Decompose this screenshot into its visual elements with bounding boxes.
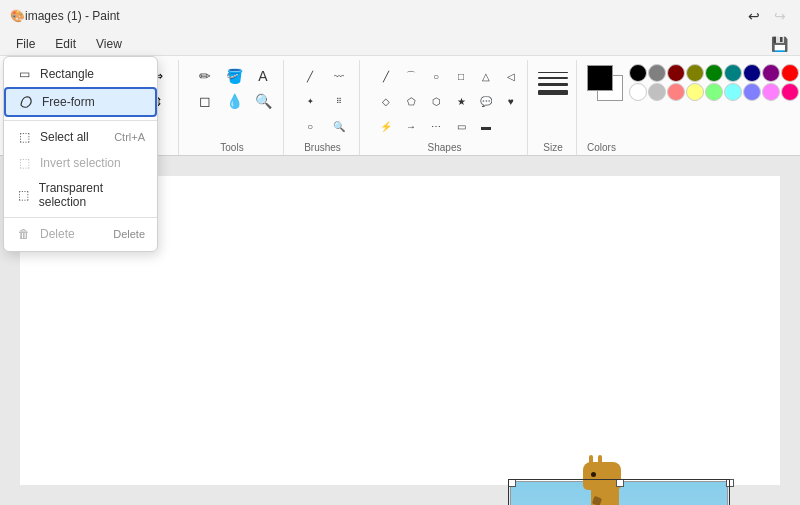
- shapes-section: ╱ ⌒ ○ □ △ ◁ ◇ ⬠ ⬡ ★ 💬 ♥ ⚡ → ⋯ ▭ ▬ Shapes: [362, 60, 528, 155]
- size-label: Size: [543, 138, 562, 155]
- color-swatch-19[interactable]: [724, 83, 742, 101]
- size-line-4[interactable]: [538, 90, 568, 95]
- brushes-label: Brushes: [304, 138, 341, 155]
- colors-section: Colors: [579, 60, 800, 155]
- color-swatch-2[interactable]: [667, 64, 685, 82]
- color-swatch-17[interactable]: [686, 83, 704, 101]
- color-swatch-1[interactable]: [648, 64, 666, 82]
- delete-shortcut: Delete: [113, 228, 145, 240]
- title-icon: 🎨: [10, 9, 25, 23]
- colors-label: Colors: [587, 138, 800, 155]
- sel-handle-tr[interactable]: [726, 479, 734, 487]
- sel-handle-tc[interactable]: [616, 479, 624, 487]
- freeform-icon: [18, 94, 34, 110]
- menu-view[interactable]: View: [86, 35, 132, 53]
- titlebar: 🎨 images (1) - Paint ↩ ↪: [0, 0, 800, 32]
- invert-icon: ⬚: [16, 155, 32, 171]
- magnify-button[interactable]: 🔍: [247, 85, 279, 117]
- menu-file[interactable]: File: [6, 35, 45, 53]
- color-swatch-20[interactable]: [743, 83, 761, 101]
- color-swatch-16[interactable]: [667, 83, 685, 101]
- select-all-label: Select all: [40, 130, 89, 144]
- undo-icon[interactable]: ↩: [744, 6, 764, 26]
- menubar: File Edit View 💾: [0, 32, 800, 56]
- size-line-2[interactable]: [538, 77, 568, 79]
- size-section: Size: [530, 60, 577, 155]
- divider-1: [4, 120, 157, 121]
- select-dropdown: ▭ Rectangle Free-form ⬚ Select all Ctrl+…: [3, 56, 158, 252]
- select-all-shortcut: Ctrl+A: [114, 131, 145, 143]
- color-preview[interactable]: [587, 65, 623, 101]
- size-line-1[interactable]: [538, 72, 568, 73]
- eraser-button[interactable]: ◻: [189, 85, 221, 117]
- transparent-icon: ⬚: [16, 187, 31, 203]
- tools-label: Tools: [220, 138, 243, 155]
- color-swatch-0[interactable]: [629, 64, 647, 82]
- title-text: images (1) - Paint: [25, 9, 120, 23]
- invert-label: Invert selection: [40, 156, 121, 170]
- color-swatch-18[interactable]: [705, 83, 723, 101]
- save-icon[interactable]: 💾: [765, 34, 794, 54]
- transparent-label: Transparent selection: [39, 181, 145, 209]
- color-swatch-4[interactable]: [705, 64, 723, 82]
- color-swatch-15[interactable]: [648, 83, 666, 101]
- color-swatch-21[interactable]: [762, 83, 780, 101]
- color-swatch-6[interactable]: [743, 64, 761, 82]
- dropdown-rectangle[interactable]: ▭ Rectangle: [4, 61, 157, 87]
- color-swatch-5[interactable]: [724, 64, 742, 82]
- dropdown-invert: ⬚ Invert selection: [4, 150, 157, 176]
- freeform-label: Free-form: [42, 95, 95, 109]
- sel-handle-tl[interactable]: [508, 479, 516, 487]
- dropdown-delete: 🗑 Delete Delete: [4, 221, 157, 247]
- color-swatch-14[interactable]: [629, 83, 647, 101]
- dropper-button[interactable]: 💧: [218, 85, 250, 117]
- color-swatch-3[interactable]: [686, 64, 704, 82]
- redo-icon[interactable]: ↪: [770, 6, 790, 26]
- color-swatch-8[interactable]: [781, 64, 799, 82]
- rectangle-icon: ▭: [16, 66, 32, 82]
- menu-edit[interactable]: Edit: [45, 35, 86, 53]
- brushes-section: ╱ 〰 ✦ ⠿ ○ 🔍 Brushes: [286, 60, 360, 155]
- divider-2: [4, 217, 157, 218]
- fill-shape-button[interactable]: ▬: [470, 110, 502, 142]
- delete-icon: 🗑: [16, 226, 32, 242]
- dropdown-freeform[interactable]: Free-form: [4, 87, 157, 117]
- color-swatch-7[interactable]: [762, 64, 780, 82]
- color-swatch-22[interactable]: [781, 83, 799, 101]
- size-line-3[interactable]: [538, 83, 568, 86]
- delete-label: Delete: [40, 227, 75, 241]
- dropdown-transparent[interactable]: ⬚ Transparent selection: [4, 176, 157, 214]
- dropdown-select-all[interactable]: ⬚ Select all Ctrl+A: [4, 124, 157, 150]
- color-palette: [629, 64, 800, 101]
- select-all-icon: ⬚: [16, 129, 32, 145]
- tools-section: ✏ 🪣 A ◻ 💧 🔍 Tools: [181, 60, 284, 155]
- shapes-label: Shapes: [428, 138, 462, 155]
- rectangle-label: Rectangle: [40, 67, 94, 81]
- foreground-color[interactable]: [587, 65, 613, 91]
